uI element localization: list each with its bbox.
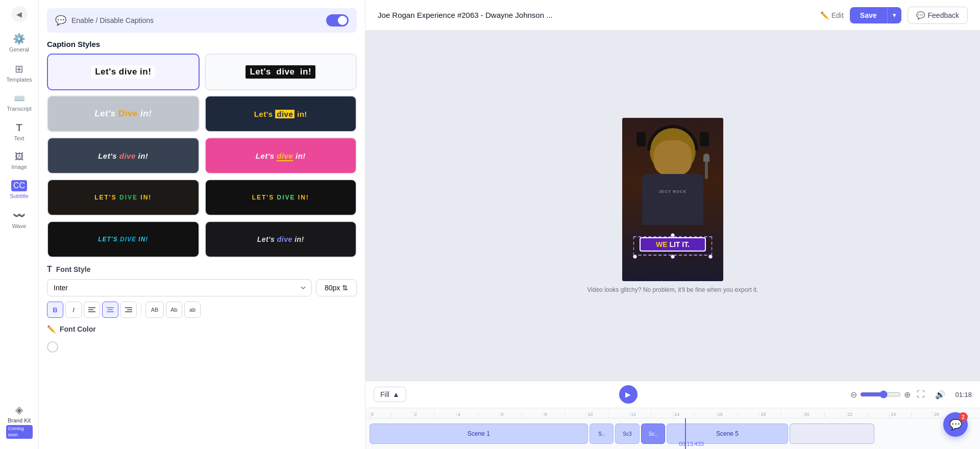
enable-captions-bar[interactable]: 💬 Enable / Disable Captions xyxy=(47,8,357,33)
sidebar-label-wave: Wave xyxy=(12,223,27,229)
enable-captions-label: Enable / Disable Captions xyxy=(71,16,154,24)
zoom-in-icon[interactable]: ⊕ xyxy=(904,390,911,400)
track-scene-2[interactable]: S.. xyxy=(590,423,614,444)
sidebar-item-image[interactable]: 🖼 Image xyxy=(3,147,36,174)
feedback-button[interactable]: 💬 Feedback xyxy=(908,7,968,24)
play-icon: ▶ xyxy=(625,390,631,398)
bold-button[interactable]: B xyxy=(47,302,63,318)
format-separator xyxy=(141,304,141,316)
style-card-6[interactable]: LET'S DIVE IN! xyxy=(47,179,200,216)
style-card-4[interactable]: Let's dive in! xyxy=(47,137,200,174)
font-size-select[interactable]: 80px ⇅ xyxy=(316,279,357,296)
edit-button[interactable]: ✏️ Edit xyxy=(820,11,844,19)
track-scene-3[interactable]: Sc3 xyxy=(615,423,640,444)
style-card-8[interactable]: LET'S DIVE IN! xyxy=(47,221,200,258)
sidebar-nav: ◀ ⚙️ General ⊞ Templates ⌨️ Transcript T… xyxy=(0,0,39,449)
feedback-icon: 💬 xyxy=(916,11,925,19)
font-style-icon: T xyxy=(47,265,52,274)
ruler-marks: 0 2 4 6 8 10 12 14 16 18 20 xyxy=(370,412,976,418)
collapse-button[interactable]: ◀ xyxy=(11,6,28,22)
style-preview-9: Let's dive in! xyxy=(257,235,304,243)
style-preview-8: LET'S DIVE IN! xyxy=(98,236,148,243)
track-scene-1[interactable]: Scene 1 xyxy=(370,423,588,444)
sidebar-item-wave[interactable]: 〰️ Wave xyxy=(3,205,36,233)
style-preview-5: Let's dive in! xyxy=(256,152,306,160)
sidebar-item-general[interactable]: ⚙️ General xyxy=(3,29,36,57)
save-dropdown-button[interactable]: ▾ xyxy=(887,7,901,23)
zoom-slider[interactable] xyxy=(860,390,901,398)
fullscreen-icon[interactable]: ⛶ xyxy=(917,390,925,399)
chat-bubble[interactable]: 💬 2 xyxy=(943,412,968,437)
italic-button[interactable]: I xyxy=(65,302,82,318)
style-card-7[interactable]: LET'S DIVE IN! xyxy=(205,179,357,216)
caption-styles-title: Caption Styles xyxy=(47,40,357,48)
captions-toggle[interactable] xyxy=(326,14,349,27)
sidebar-label-image: Image xyxy=(11,164,27,170)
style-card-5[interactable]: Let's dive in! xyxy=(205,137,357,174)
time-display: 01:18 xyxy=(951,391,972,398)
volume-icon[interactable]: 🔊 xyxy=(935,390,945,400)
timeline-tracks: Scene 1 S.. Sc3 Sc.. Scene 5 00:13.433 xyxy=(365,418,980,449)
font-color-icon: ✏️ xyxy=(47,325,56,333)
fill-chevron-icon: ▲ xyxy=(393,390,400,398)
general-icon: ⚙️ xyxy=(13,33,26,45)
style-preview-6: LET'S DIVE IN! xyxy=(94,194,152,201)
brand-kit-icon: ◈ xyxy=(15,404,23,416)
case-title-button[interactable]: Ab xyxy=(166,302,182,318)
subtitle-icon: CC xyxy=(11,180,27,191)
sidebar-item-templates[interactable]: ⊞ Templates xyxy=(3,59,36,87)
style-card-9[interactable]: Let's dive in! xyxy=(205,221,357,258)
image-icon: 🖼 xyxy=(15,152,24,162)
sidebar-item-subtitle[interactable]: CC Subtitle xyxy=(3,176,36,203)
style-preview-1: Let's dive in! xyxy=(246,65,315,79)
player-controls: Fill ▲ ▶ ⊖ ⊕ ⛶ 🔊 01:18 xyxy=(365,381,980,408)
fill-select[interactable]: Fill ▲ xyxy=(374,387,406,402)
save-button[interactable]: Save xyxy=(850,7,887,23)
case-lower-button[interactable]: ab xyxy=(184,302,201,318)
dropdown-chevron-icon: ▾ xyxy=(893,11,896,19)
align-center-button[interactable] xyxy=(102,302,118,318)
timeline-ruler: 0 2 4 6 8 10 12 14 16 18 20 xyxy=(365,408,980,418)
style-preview-2: Let's Dive in! xyxy=(94,109,152,119)
top-bar: Joe Rogan Experience #2063 - Dwayne John… xyxy=(365,0,980,31)
wave-icon: 〰️ xyxy=(13,209,26,221)
font-style-header: T Font Style xyxy=(47,265,357,274)
align-right-button[interactable] xyxy=(120,302,137,318)
transcript-icon: ⌨️ xyxy=(14,93,25,104)
sidebar-label-templates: Templates xyxy=(6,77,32,83)
font-color-section: ✏️ Font Color xyxy=(47,325,357,333)
track-scene-4[interactable]: Sc.. xyxy=(641,423,666,444)
format-bar: B I AB Ab ab xyxy=(47,302,357,318)
caption-text-before: WE xyxy=(656,240,668,248)
play-button[interactable]: ▶ xyxy=(619,385,638,404)
sidebar-item-brand-kit[interactable]: ◈ Brand Kit Coming soon xyxy=(3,400,36,443)
sidebar-item-text[interactable]: T Text xyxy=(3,118,36,145)
style-preview-4: Let's dive in! xyxy=(98,152,148,160)
style-card-2[interactable]: Let's Dive in! xyxy=(47,95,200,132)
glitch-notice: Video looks glitchy? No problem, it'll b… xyxy=(587,286,758,293)
main-area: Joe Rogan Experience #2063 - Dwayne John… xyxy=(365,0,980,449)
size-arrows-icon: ⇅ xyxy=(342,284,348,292)
brand-kit-label: Brand Kit xyxy=(8,417,31,423)
zoom-out-icon[interactable]: ⊖ xyxy=(850,390,857,400)
sidebar-item-transcript[interactable]: ⌨️ Transcript xyxy=(3,89,36,116)
caption-text-highlight: LIT IT. xyxy=(669,240,690,248)
style-card-1[interactable]: Let's dive in! xyxy=(205,54,357,90)
style-card-0[interactable]: Let's dive in! xyxy=(47,54,200,90)
align-left-button[interactable] xyxy=(84,302,100,318)
case-upper-button[interactable]: AB xyxy=(145,302,164,318)
track-scene-6[interactable] xyxy=(790,423,874,444)
save-button-group: Save ▾ xyxy=(850,7,901,23)
style-card-3[interactable]: Let's dive in! xyxy=(205,95,357,132)
sidebar-label-general: General xyxy=(9,46,29,53)
edit-icon: ✏️ xyxy=(820,11,829,19)
style-preview-3: Let's dive in! xyxy=(254,110,307,118)
sidebar-label-subtitle: Subtitle xyxy=(10,193,29,199)
font-style-title: Font Style xyxy=(56,265,91,273)
caption-styles-section: Caption Styles Let's dive in! Let's dive… xyxy=(47,40,357,258)
font-select[interactable]: Inter Roboto Arial xyxy=(47,279,312,296)
video-preview: JECT ROCK WE LIT IT. xyxy=(622,118,723,281)
chat-badge: 2 xyxy=(959,412,968,421)
color-swatch-white[interactable] xyxy=(47,341,58,353)
brand-kit-badge: Coming soon xyxy=(6,425,33,439)
